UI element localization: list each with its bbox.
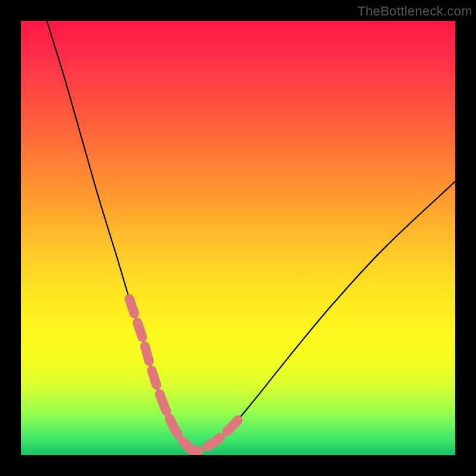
highlight-dash — [186, 444, 199, 451]
highlight-dash — [145, 346, 149, 361]
highlight-dash — [152, 370, 156, 385]
highlight-dash — [170, 419, 178, 435]
highlight-dash-group — [130, 299, 238, 451]
highlight-dash — [137, 322, 142, 337]
highlight-dash — [227, 420, 238, 431]
chart-frame: TheBottleneck.com — [0, 0, 476, 476]
highlight-dash — [208, 437, 220, 446]
watermark-label: TheBottleneck.com — [358, 4, 472, 19]
highlight-dash — [160, 394, 167, 411]
highlight-dash — [130, 299, 134, 314]
bottleneck-curve-line — [47, 21, 455, 451]
plot-area — [21, 21, 455, 455]
curve-layer — [21, 21, 455, 455]
